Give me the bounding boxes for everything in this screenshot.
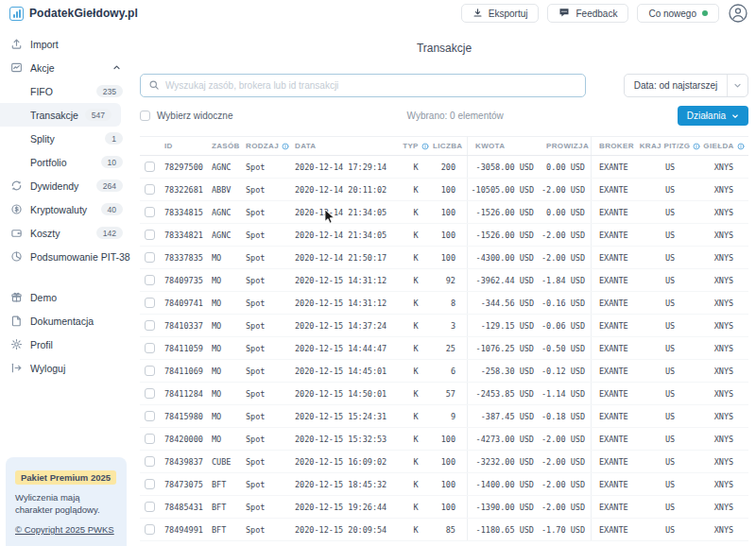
cell-prowizja: -2.00 USD [541, 496, 592, 518]
cell-zasob: BFT [212, 525, 246, 535]
sidebar-item-portfolio[interactable]: Portfolio10 [0, 150, 132, 174]
count-badge: 235 [96, 85, 123, 97]
row-checkbox[interactable] [145, 162, 155, 172]
cell-liczba: 6 [431, 367, 467, 376]
info-icon[interactable] [421, 143, 429, 150]
cell-prowizja: -0.12 USD [541, 360, 592, 382]
sidebar-item-label: Dywidendy [30, 180, 96, 192]
whats-new-button[interactable]: Co nowego [637, 4, 719, 23]
sidebar-item-import[interactable]: Import [0, 32, 132, 56]
row-checkbox[interactable] [145, 343, 155, 353]
cell-id: 78485431 [164, 503, 212, 512]
cell-prowizja: -2.00 USD [541, 247, 592, 268]
sidebar-item-transakcje[interactable]: Transakcje547 [0, 103, 121, 127]
brand-logo[interactable]: PodatekGiełdowy.pl [8, 7, 138, 21]
row-checkbox[interactable] [145, 456, 155, 467]
cell-kwota: -2453.85 USD [467, 383, 541, 404]
sort-select[interactable]: Data: od najstarszej [624, 74, 748, 97]
info-icon[interactable] [282, 143, 289, 150]
row-checkbox[interactable] [145, 320, 155, 331]
cell-gielda: XNYS [699, 412, 748, 421]
row-checkbox[interactable] [145, 434, 155, 444]
cell-typ: K [401, 253, 431, 263]
cell-broker: EXANTE [592, 412, 641, 421]
cell-id: 78410337 [164, 321, 212, 331]
row-checkbox[interactable] [145, 502, 155, 512]
row-checkbox-cell [140, 456, 164, 467]
topbar: PodatekGiełdowy.pl Eksportuj Feedback Co… [0, 0, 756, 26]
cell-zasob: MO [212, 299, 246, 308]
row-checkbox[interactable] [145, 298, 155, 308]
row-checkbox[interactable] [145, 184, 155, 195]
cell-rodzaj: Spot [246, 367, 295, 376]
cell-gielda: XNYS [699, 208, 748, 217]
sort-label: Data: od najstarszej [625, 80, 727, 91]
sidebar-item-demo[interactable]: Demo [0, 285, 132, 309]
sidebar-item-podsumowanie-pit-38[interactable]: Podsumowanie PIT-38 [0, 245, 132, 268]
cell-typ: K [401, 344, 431, 353]
cell-rodzaj: Spot [246, 208, 295, 217]
cell-typ: K [401, 503, 431, 512]
sidebar-item-dokumentacja[interactable]: Dokumentacja [0, 309, 132, 333]
sidebar-item-label: FIFO [30, 86, 96, 97]
cell-rodzaj: Spot [246, 525, 295, 535]
sidebar-item-dywidendy[interactable]: Dywidendy264 [0, 174, 132, 197]
row-checkbox[interactable] [145, 388, 155, 399]
sidebar-item-fifo[interactable]: FIFO235 [0, 79, 132, 103]
sidebar-item-akcje[interactable]: Akcje [0, 56, 132, 79]
sidebar-item-wyloguj[interactable]: Wyloguj [0, 356, 132, 380]
row-checkbox-cell [140, 388, 164, 399]
row-checkbox[interactable] [145, 479, 155, 489]
export-button[interactable]: Eksportuj [461, 4, 540, 23]
chevron-down-icon [731, 112, 739, 120]
row-checkbox[interactable] [145, 411, 155, 421]
sidebar-item-kryptowaluty[interactable]: Kryptowaluty40 [0, 197, 132, 221]
cell-prowizja: -0.16 USD [541, 292, 592, 314]
row-checkbox-cell [140, 366, 164, 376]
cell-id: 78411069 [164, 367, 212, 376]
cell-broker: EXANTE [592, 480, 641, 489]
row-checkbox[interactable] [145, 524, 155, 535]
feedback-button[interactable]: Feedback [547, 4, 628, 23]
transactions-table: IDZASÓBRODZAJDATATYPLICZBAKWOTAPROWIZJAB… [140, 136, 748, 541]
cell-kwota: -1076.25 USD [467, 337, 541, 359]
row-checkbox[interactable] [145, 275, 155, 285]
select-visible-checkbox[interactable] [140, 111, 150, 121]
info-icon[interactable] [737, 143, 745, 150]
cell-kraj: US [641, 412, 699, 421]
cell-data: 2020-12-15 14:31:12 [295, 276, 401, 285]
cell-liczba: 100 [431, 503, 467, 512]
cell-kraj: US [641, 389, 699, 399]
sidebar-item-label: Portfolio [30, 157, 101, 168]
sidebar-item-splity[interactable]: Splity1 [0, 127, 132, 150]
cell-gielda: XNYS [699, 435, 748, 444]
cell-data: 2020-12-14 21:34:05 [295, 208, 401, 217]
sidebar-item-koszty[interactable]: Koszty142 [0, 221, 132, 245]
row-checkbox[interactable] [145, 366, 155, 376]
app-window: PodatekGiełdowy.pl Eksportuj Feedback Co… [0, 0, 756, 546]
cell-prowizja: -1.84 USD [541, 269, 592, 291]
cell-liczba: 9 [431, 412, 467, 421]
cell-liczba: 100 [431, 480, 467, 489]
cell-id: 78337835 [164, 253, 212, 263]
row-checkbox[interactable] [145, 252, 155, 263]
copyright-link[interactable]: © Copyright 2025 PWKS [15, 524, 114, 535]
cell-prowizja: -2.00 USD [541, 224, 592, 246]
chevron-up-icon [112, 63, 121, 72]
sidebar-item-profil[interactable]: Profil [0, 333, 132, 356]
topbar-actions: Eksportuj Feedback Co nowego [461, 3, 748, 24]
table-row: 78334815AGNCSpot2020-12-14 21:34:05K100-… [140, 201, 748, 224]
actions-button[interactable]: Działania [678, 106, 748, 126]
row-checkbox[interactable] [145, 230, 155, 240]
speech-bubble-icon [558, 7, 570, 20]
cell-kraj: US [641, 344, 699, 353]
cell-zasob: MO [212, 344, 246, 353]
table-row: 78439837CUBESpot2020-12-15 16:09:02K100-… [140, 451, 748, 473]
row-checkbox[interactable] [145, 207, 155, 217]
user-avatar[interactable] [728, 3, 748, 24]
count-badge: 142 [96, 227, 123, 239]
table-header-row: IDZASÓBRODZAJDATATYPLICZBAKWOTAPROWIZJAB… [140, 136, 748, 156]
search-input[interactable] [165, 80, 577, 91]
table-row: 78485431BFTSpot2020-12-15 19:26:44K100-1… [140, 496, 748, 519]
selected-count: Wybrano: 0 elementów [407, 111, 504, 121]
